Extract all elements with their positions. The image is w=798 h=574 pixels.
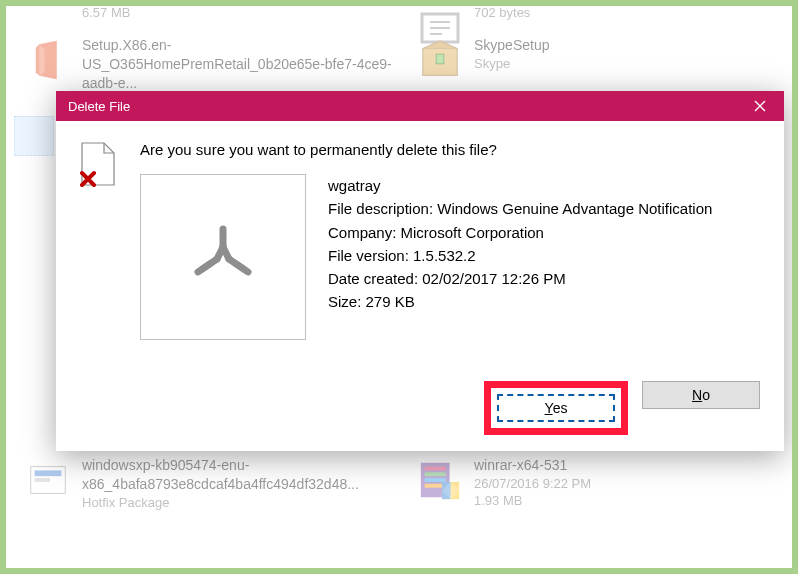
archive-icon <box>416 456 464 504</box>
yes-button-highlight: Yes <box>484 381 628 435</box>
file-size: 6.57 MB <box>82 4 130 22</box>
close-button[interactable] <box>740 93 780 119</box>
file-name: winrar-x64-531 <box>474 456 591 475</box>
svg-rect-10 <box>425 467 446 471</box>
dialog-titlebar[interactable]: Delete File <box>56 91 784 121</box>
svg-rect-5 <box>436 54 444 64</box>
dialog-title: Delete File <box>68 99 130 114</box>
svg-rect-7 <box>35 470 62 476</box>
file-delete-icon <box>80 141 120 340</box>
confirm-prompt: Are you sure you want to permanently del… <box>140 141 760 158</box>
file-preview <box>140 174 306 340</box>
delete-file-dialog: Delete File Are you sure you want to per… <box>56 91 784 451</box>
no-button[interactable]: No <box>642 381 760 409</box>
selected-item[interactable] <box>14 116 54 156</box>
file-size: 1.93 MB <box>474 492 591 510</box>
svg-rect-8 <box>35 478 50 482</box>
file-name: windowsxp-kb905474-enu-x86_4bafa8793e8cd… <box>82 456 402 494</box>
yes-button[interactable]: Yes <box>497 394 615 422</box>
file-sub: Hotfix Package <box>82 494 402 512</box>
office-icon <box>24 36 72 84</box>
hotfix-icon <box>24 456 72 504</box>
svg-rect-11 <box>425 472 446 476</box>
detail-filename: wgatray <box>328 174 712 197</box>
file-size: 702 bytes <box>474 4 530 22</box>
file-name: SkypeSetup <box>474 36 550 55</box>
archive-icon <box>416 36 464 84</box>
file-details: wgatray File description: Windows Genuin… <box>328 174 712 314</box>
file-sub: Skype <box>474 55 550 73</box>
file-name: Setup.X86.en-US_O365HomePremRetail_0b20e… <box>82 36 392 93</box>
file-date: 26/07/2016 9:22 PM <box>474 475 591 493</box>
svg-rect-12 <box>425 478 446 482</box>
